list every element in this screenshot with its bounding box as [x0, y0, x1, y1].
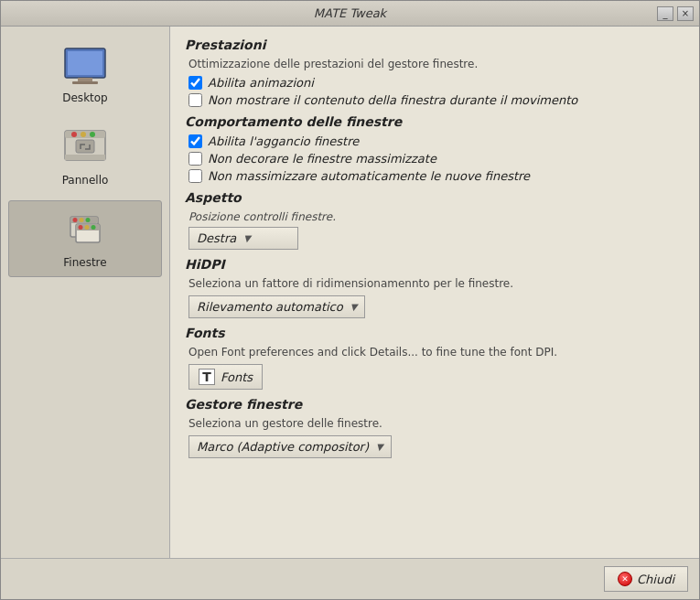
- main-window: MATE Tweak _ × Desktop: [0, 0, 700, 600]
- hidpi-dropdown-value: Rilevamento automatico: [197, 300, 343, 314]
- checkbox-contenuto[interactable]: [188, 93, 202, 107]
- close-circle-icon: ✕: [618, 572, 632, 586]
- checkbox-row-contenuto: Non mostrare il contenuto della finestra…: [185, 93, 684, 107]
- section-comportamento: Comportamento delle finestre Abilita l'a…: [185, 114, 684, 183]
- gestore-dropdown[interactable]: Marco (Adaptive compositor) ▼: [188, 435, 392, 458]
- hidpi-dropdown[interactable]: Rilevamento automatico ▼: [188, 295, 365, 318]
- gestore-dropdown-container: Marco (Adaptive compositor) ▼: [188, 435, 684, 458]
- window-title: MATE Tweak: [43, 6, 657, 20]
- aspetto-dropdown-arrow: ▼: [243, 233, 251, 243]
- font-t-icon: T: [199, 369, 215, 385]
- window-controls: _ ×: [657, 6, 694, 21]
- gestore-dropdown-value: Marco (Adaptive compositor): [197, 440, 369, 454]
- contenuto-label: Non mostrare il contenuto della finestra…: [208, 93, 577, 107]
- close-button[interactable]: ×: [677, 6, 694, 21]
- svg-point-19: [85, 225, 90, 230]
- chiudi-button[interactable]: ✕ Chiudi: [604, 566, 688, 592]
- sidebar: Desktop: [1, 27, 170, 558]
- prestazioni-title: Prestazioni: [185, 38, 684, 52]
- sidebar-item-desktop[interactable]: Desktop: [8, 36, 162, 112]
- svg-point-13: [73, 218, 78, 222]
- svg-point-18: [79, 225, 83, 230]
- titlebar: MATE Tweak _ ×: [1, 1, 699, 27]
- prestazioni-desc: Ottimizzazione delle prestazioni del ges…: [185, 58, 684, 70]
- main-panel: Prestazioni Ottimizzazione delle prestaz…: [170, 27, 699, 558]
- svg-rect-10: [76, 140, 94, 153]
- decorare-label: Non decorare le finestre massimizzate: [208, 152, 436, 166]
- checkbox-row-decorare: Non decorare le finestre massimizzate: [185, 152, 684, 166]
- section-fonts: Fonts Open Font preferences and click De…: [185, 326, 684, 390]
- hidpi-dropdown-container: Rilevamento automatico ▼: [188, 295, 684, 318]
- massimizzare-label: Non massimizzare automaticamente le nuov…: [208, 169, 530, 183]
- comportamento-title: Comportamento delle finestre: [185, 114, 684, 129]
- sidebar-item-pannello[interactable]: Pannello: [8, 118, 162, 195]
- checkbox-row-massimizzare: Non massimizzare automaticamente le nuov…: [185, 169, 684, 183]
- sidebar-finestre-label: Finestre: [63, 256, 106, 269]
- checkbox-animazioni[interactable]: [188, 76, 202, 90]
- checkbox-massimizzare[interactable]: [188, 169, 202, 183]
- svg-rect-6: [65, 155, 105, 160]
- gestore-desc: Seleziona un gestore delle finestre.: [185, 417, 684, 430]
- aspetto-control-label: Posizione controlli finestre.: [185, 210, 684, 223]
- aspetto-dropdown[interactable]: Destra ▼: [188, 227, 298, 250]
- hidpi-desc: Seleziona un fattore di ridimensionamenn…: [185, 277, 684, 290]
- finestre-icon: [63, 209, 107, 252]
- section-gestore: Gestore finestre Seleziona un gestore de…: [185, 397, 684, 458]
- section-prestazioni: Prestazioni Ottimizzazione delle prestaz…: [185, 38, 684, 107]
- fonts-button[interactable]: T Fonts: [188, 364, 263, 390]
- minimize-button[interactable]: _: [657, 6, 673, 21]
- checkbox-row-animazioni: Abilita animazioni: [185, 76, 684, 90]
- sidebar-pannello-label: Pannello: [62, 174, 109, 187]
- section-hidpi: HiDPI Seleziona un fattore di ridimensio…: [185, 257, 684, 318]
- fonts-button-label: Fonts: [221, 370, 253, 384]
- desktop-icon: [63, 44, 107, 88]
- svg-point-14: [80, 218, 84, 222]
- svg-point-8: [81, 132, 86, 137]
- sidebar-item-finestre[interactable]: Finestre: [8, 200, 162, 277]
- animazioni-label: Abilita animazioni: [208, 76, 314, 90]
- section-aspetto: Aspetto Posizione controlli finestre. De…: [185, 190, 684, 250]
- svg-point-9: [90, 132, 95, 137]
- checkbox-row-aggancio: Abilita l'aggancio finestre: [185, 134, 684, 148]
- svg-point-7: [71, 132, 77, 137]
- checkbox-decorare[interactable]: [188, 152, 202, 166]
- footer: ✕ Chiudi: [1, 558, 699, 599]
- content-area: Desktop: [1, 27, 699, 558]
- gestore-dropdown-arrow: ▼: [376, 442, 383, 452]
- fonts-title: Fonts: [185, 326, 684, 340]
- aspetto-dropdown-value: Destra: [197, 231, 236, 245]
- svg-point-15: [86, 218, 91, 222]
- svg-rect-1: [68, 51, 102, 75]
- svg-rect-3: [72, 81, 98, 84]
- sidebar-desktop-label: Desktop: [62, 91, 108, 104]
- aspetto-dropdown-container: Destra ▼: [188, 227, 684, 250]
- hidpi-title: HiDPI: [185, 257, 684, 272]
- chiudi-label: Chiudi: [637, 573, 674, 586]
- checkbox-aggancio[interactable]: [188, 134, 202, 148]
- hidpi-dropdown-arrow: ▼: [350, 302, 358, 312]
- gestore-title: Gestore finestre: [185, 397, 684, 412]
- aggancio-label: Abilita l'aggancio finestre: [208, 134, 359, 148]
- svg-point-20: [92, 225, 96, 230]
- aspetto-title: Aspetto: [185, 190, 684, 205]
- close-x-icon: ✕: [621, 574, 629, 584]
- pannello-icon: [63, 126, 107, 170]
- fonts-desc: Open Font preferences and click Details.…: [185, 346, 684, 359]
